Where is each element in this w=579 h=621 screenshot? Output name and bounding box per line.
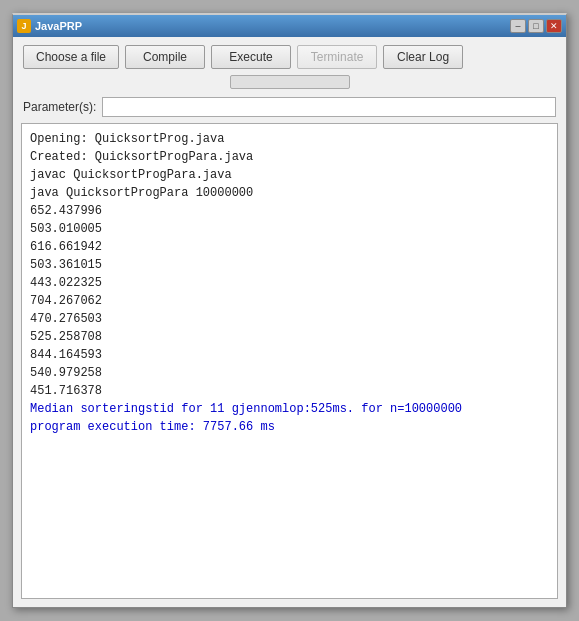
progress-bar-container — [230, 75, 350, 89]
log-line: 451.716378 — [30, 382, 549, 400]
log-line: program execution time: 7757.66 ms — [30, 418, 549, 436]
log-line: 704.267062 — [30, 292, 549, 310]
compile-button[interactable]: Compile — [125, 45, 205, 69]
title-bar-left: J JavaPRP — [17, 19, 82, 33]
params-row: Parameter(s): — [13, 93, 566, 123]
log-line: 540.979258 — [30, 364, 549, 382]
log-area: Opening: QuicksortProg.javaCreated: Quic… — [21, 123, 558, 599]
log-line: 503.010005 — [30, 220, 549, 238]
maximize-button[interactable]: □ — [528, 19, 544, 33]
log-line: Median sorteringstid for 11 gjennomlop:5… — [30, 400, 549, 418]
log-line: java QuicksortProgPara 10000000 — [30, 184, 549, 202]
params-input[interactable] — [102, 97, 556, 117]
log-line: Opening: QuicksortProg.java — [30, 130, 549, 148]
log-line: Created: QuicksortProgPara.java — [30, 148, 549, 166]
close-button[interactable]: ✕ — [546, 19, 562, 33]
log-line: 652.437996 — [30, 202, 549, 220]
minimize-button[interactable]: – — [510, 19, 526, 33]
app-icon: J — [17, 19, 31, 33]
log-line: 844.164593 — [30, 346, 549, 364]
clear-log-button[interactable]: Clear Log — [383, 45, 463, 69]
progress-row — [13, 73, 566, 93]
log-line: 470.276503 — [30, 310, 549, 328]
log-line: 443.022325 — [30, 274, 549, 292]
choose-file-button[interactable]: Choose a file — [23, 45, 119, 69]
params-label: Parameter(s): — [23, 100, 96, 114]
window-title: JavaPRP — [35, 20, 82, 32]
log-line: javac QuicksortProgPara.java — [30, 166, 549, 184]
title-bar: J JavaPRP – □ ✕ — [13, 15, 566, 37]
title-bar-controls: – □ ✕ — [510, 19, 562, 33]
log-line: 503.361015 — [30, 256, 549, 274]
execute-button[interactable]: Execute — [211, 45, 291, 69]
terminate-button[interactable]: Terminate — [297, 45, 377, 69]
main-window: J JavaPRP – □ ✕ Choose a file Compile Ex… — [12, 13, 567, 608]
log-line: 616.661942 — [30, 238, 549, 256]
toolbar: Choose a file Compile Execute Terminate … — [13, 37, 566, 73]
log-line: 525.258708 — [30, 328, 549, 346]
